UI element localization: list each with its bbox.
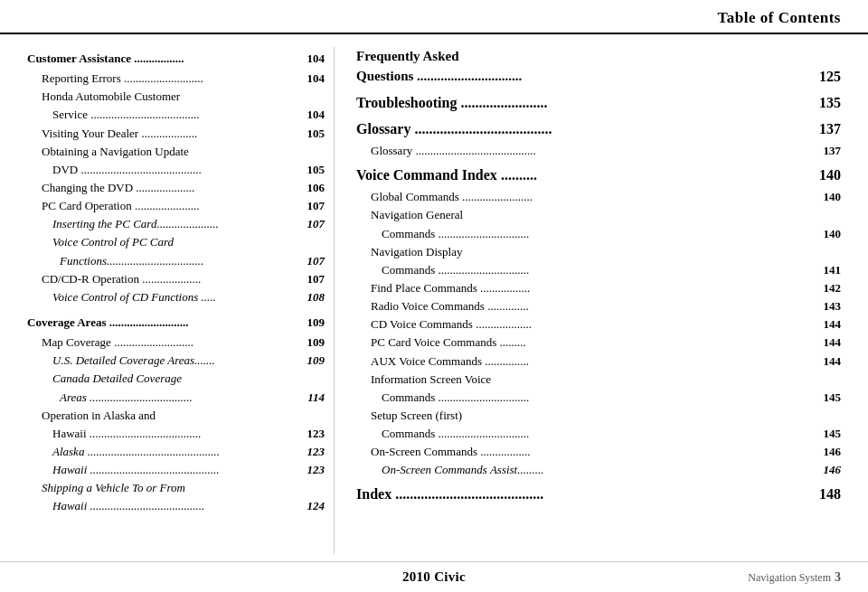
- toc-entry-service: Service ................................…: [27, 106, 325, 124]
- toc-entry-honda-auto: Honda Automobile Customer: [27, 88, 325, 106]
- toc-entry-functions-pc: Functions...............................…: [27, 252, 325, 270]
- toc-right-setup-cmds: Commands ...............................…: [356, 425, 841, 443]
- toc-right-onscreen-cmds: On-Screen Commands ................. 146: [356, 443, 841, 461]
- toc-right-glossary-entry: Glossary ...............................…: [356, 142, 841, 160]
- toc-entry-shipping-vehicle: Shipping a Vehicle To or From: [27, 479, 325, 497]
- toc-entry-map-coverage: Map Coverage ...........................…: [27, 334, 325, 352]
- toc-right-nav-display: Navigation Display: [356, 243, 841, 261]
- toc-right-global-commands: Global Commands ........................…: [356, 188, 841, 206]
- toc-right-pc-card-voice: PC Card Voice Commands ......... 144: [356, 334, 841, 352]
- toc-right-faq: Frequently Asked Questions .............…: [356, 47, 841, 89]
- toc-entry-reporting-errors: Reporting Errors .......................…: [27, 70, 325, 88]
- toc-entry-canada-coverage: Canada Detailed Coverage: [27, 370, 325, 388]
- toc-right-voice-command-index: Voice Command Index .......... 140: [356, 164, 841, 187]
- toc-entry-coverage-areas: Coverage Areas .........................…: [27, 314, 325, 332]
- toc-right-aux-voice: AUX Voice Commands ............... 144: [356, 352, 841, 371]
- toc-right-info-screen-cmds: Commands ...............................…: [356, 389, 841, 407]
- right-column: Frequently Asked Questions .............…: [335, 47, 841, 554]
- toc-right-glossary: Glossary ...............................…: [356, 118, 841, 141]
- toc-entry-cd-cdr-op: CD/CD-R Operation .................... 1…: [27, 270, 325, 288]
- footer-nav-info: Navigation System 3: [748, 570, 841, 585]
- toc-entry-pc-card-op: PC Card Operation ......................…: [27, 197, 325, 215]
- toc-entry-hawaii-op: Hawaii .................................…: [27, 425, 325, 443]
- page-footer: 2010 Civic Navigation System 3: [0, 561, 868, 592]
- footer-title: 2010 Civic: [402, 569, 466, 585]
- toc-right-nav-display-cmds: Commands ...............................…: [356, 261, 841, 279]
- toc-entry-alaska-hawaii-op: Operation in Alaska and: [27, 407, 325, 425]
- toc-right-nav-general-cmds: Commands ...............................…: [356, 225, 841, 243]
- toc-entry-voice-control-cd: Voice Control of CD Functions ..... 108: [27, 288, 325, 306]
- left-column: Customer Assistance ................. 10…: [27, 47, 335, 554]
- toc-entry-customer-assistance: Customer Assistance ................. 10…: [27, 50, 325, 68]
- toc-right-cd-voice: CD Voice Commands ................... 14…: [356, 315, 841, 334]
- toc-right-find-place: Find Place Commands ................. 14…: [356, 279, 841, 297]
- toc-entry-inserting-pc: Inserting the PC Card...................…: [27, 215, 325, 233]
- toc-entry-visiting-dealer: Visiting Your Dealer ...................…: [27, 125, 325, 143]
- footer-page-number: 3: [835, 570, 841, 585]
- toc-entry-changing-dvd: Changing the DVD .................... 10…: [27, 179, 325, 197]
- page-header: Table of Contents: [0, 0, 868, 34]
- toc-entry-us-coverage: U.S. Detailed Coverage Areas....... 109: [27, 352, 325, 370]
- toc-entry-obtaining-nav: Obtaining a Navigation Update: [27, 143, 325, 161]
- toc-right-index: Index ..................................…: [356, 484, 841, 506]
- toc-entry-hawaii: Hawaii .................................…: [27, 461, 325, 479]
- toc-right-troubleshooting: Troubleshooting ........................…: [356, 92, 841, 115]
- toc-entry-shipping-hawaii: Hawaii .................................…: [27, 497, 325, 515]
- toc-entry-alaska: Alaska .................................…: [27, 443, 325, 461]
- footer-nav-label: Navigation System: [748, 571, 831, 585]
- toc-entry-voice-control-pc: Voice Control of PC Card: [27, 233, 325, 251]
- toc-right-info-screen: Information Screen Voice: [356, 371, 841, 389]
- toc-right-nav-general: Navigation General: [356, 206, 841, 224]
- toc-right-onscreen-assist: On-Screen Commands Assist......... 146: [356, 461, 841, 479]
- toc-entry-dvd: DVD ....................................…: [27, 161, 325, 179]
- toc-right-setup-screen: Setup Screen (first): [356, 407, 841, 425]
- toc-entry-canada-areas: Areas ..................................…: [27, 389, 325, 407]
- toc-right-radio-voice: Radio Voice Commands .............. 143: [356, 297, 841, 315]
